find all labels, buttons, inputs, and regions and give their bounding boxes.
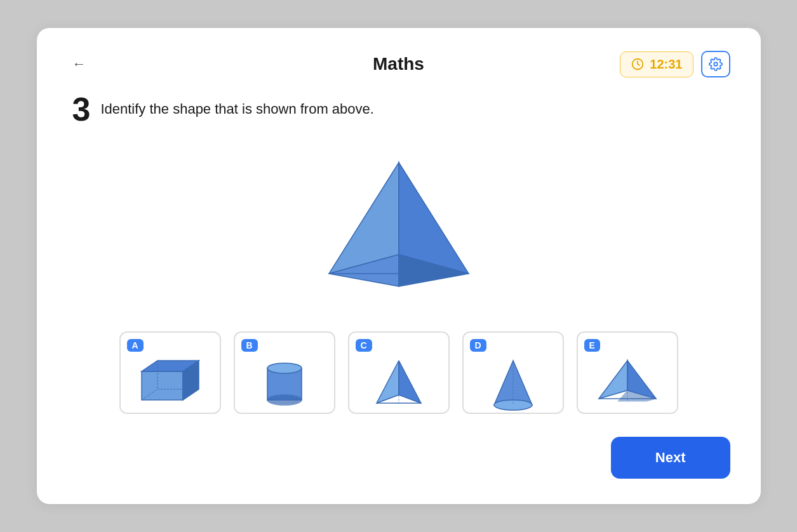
svg-point-15 [267, 363, 302, 373]
svg-marker-17 [377, 361, 399, 403]
options-row: A B [67, 331, 730, 414]
back-button[interactable]: ← [67, 53, 91, 75]
option-d-label: D [470, 339, 486, 352]
option-e-label: E [584, 339, 600, 352]
timer-value: 12:31 [650, 57, 682, 72]
gear-icon [709, 57, 723, 71]
option-d[interactable]: D [462, 331, 564, 414]
option-c-shape [356, 356, 442, 413]
question-text: Identify the shape that is shown from ab… [100, 101, 373, 117]
timer-icon [631, 57, 645, 71]
option-a-shape [127, 356, 213, 406]
header: ← Maths 12:31 [67, 51, 730, 77]
header-right: 12:31 [620, 51, 730, 77]
svg-marker-18 [399, 361, 421, 403]
svg-point-1 [714, 62, 718, 66]
option-d-shape [470, 356, 556, 413]
settings-button[interactable] [701, 51, 730, 77]
quiz-card: ← Maths 12:31 3 Identify the shape that … [37, 28, 761, 504]
option-b-shape [241, 356, 328, 413]
option-e-shape [584, 356, 671, 406]
svg-marker-26 [599, 361, 627, 399]
option-b-label: B [241, 339, 258, 352]
page-title: Maths [373, 54, 424, 74]
option-b[interactable]: B [234, 331, 335, 414]
next-button[interactable]: Next [611, 437, 730, 479]
question-number: 3 [72, 93, 91, 126]
option-a-label: A [127, 339, 144, 352]
question-row: 3 Identify the shape that is shown from … [67, 93, 730, 126]
svg-point-16 [267, 395, 302, 405]
option-c-label: C [356, 339, 372, 352]
option-e[interactable]: E [577, 331, 678, 414]
timer-badge: 12:31 [620, 51, 693, 77]
main-pyramid-svg [310, 156, 488, 296]
option-a[interactable]: A [119, 331, 221, 414]
main-shape-display [67, 143, 730, 309]
option-c[interactable]: C [348, 331, 450, 414]
next-button-row: Next [67, 437, 730, 479]
